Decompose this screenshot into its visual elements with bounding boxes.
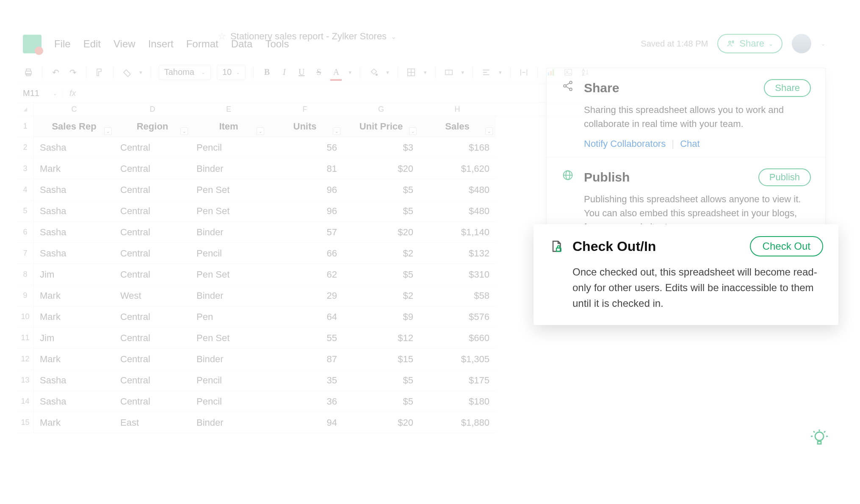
table-row[interactable]: MarkCentralBinder81$20$1,620 — [34, 158, 495, 179]
checkout-button[interactable]: Check Out — [750, 236, 823, 256]
table-row[interactable]: MarkEastBinder94$20$1,880 — [34, 412, 495, 433]
cell[interactable]: Mark — [34, 158, 114, 179]
borders-icon[interactable] — [406, 66, 417, 79]
cell[interactable]: Binder — [191, 285, 267, 306]
cell[interactable]: 57 — [267, 222, 343, 242]
cell[interactable]: $1,880 — [419, 412, 495, 433]
format-painter-icon[interactable] — [94, 66, 105, 79]
row-header[interactable]: 7 — [17, 243, 34, 264]
cell[interactable]: $2 — [343, 243, 419, 264]
row-header[interactable]: 2 — [17, 137, 34, 158]
cell[interactable]: $20 — [343, 412, 419, 433]
cell[interactable]: Central — [114, 264, 191, 285]
col-header[interactable]: C — [34, 103, 114, 116]
cell[interactable]: $660 — [419, 328, 495, 348]
cell[interactable]: $12 — [343, 328, 419, 348]
cell[interactable]: Sasha — [34, 137, 114, 158]
fill-color-icon[interactable] — [368, 66, 379, 79]
document-title[interactable]: ☆ Stationery sales report - Zylker Store… — [218, 31, 396, 42]
cell[interactable]: Central — [114, 349, 191, 369]
row-header[interactable]: 3 — [17, 158, 34, 179]
clear-format-icon[interactable] — [121, 66, 133, 79]
header-sales[interactable]: Sales⌄ — [419, 116, 495, 137]
col-header[interactable]: G — [343, 103, 419, 116]
menu-format[interactable]: Format — [186, 38, 218, 50]
cell[interactable]: Pencil — [191, 391, 267, 412]
header-item[interactable]: Item⌄ — [191, 116, 267, 137]
cell[interactable]: 35 — [267, 370, 343, 391]
menu-edit[interactable]: Edit — [83, 38, 101, 50]
cell[interactable]: $1,140 — [419, 222, 495, 242]
undo-icon[interactable]: ↶ — [50, 66, 61, 79]
row-header[interactable]: 4 — [17, 179, 34, 201]
help-bulb-icon[interactable] — [809, 428, 830, 449]
row-header[interactable]: 14 — [17, 391, 34, 412]
menu-file[interactable]: File — [54, 38, 71, 50]
cell[interactable]: 62 — [267, 264, 343, 285]
cell[interactable]: 36 — [267, 391, 343, 412]
table-row[interactable]: JimCentralPen Set62$5$310 — [34, 264, 495, 285]
cell[interactable]: Binder — [191, 412, 267, 433]
cell[interactable]: Central — [114, 158, 191, 179]
cell[interactable]: Pen Set — [191, 179, 267, 200]
publish-button[interactable]: Publish — [758, 168, 811, 186]
cell[interactable]: West — [114, 285, 191, 306]
table-row[interactable]: SashaCentralPencil66$2$132 — [34, 243, 495, 264]
cell[interactable]: 87 — [267, 349, 343, 369]
chevron-down-icon[interactable]: ⌄ — [391, 33, 396, 41]
cell[interactable]: $5 — [343, 391, 419, 412]
cell[interactable]: Pen Set — [191, 201, 267, 221]
cell[interactable]: 29 — [267, 285, 343, 306]
cell[interactable]: $168 — [419, 137, 495, 158]
cell[interactable]: 81 — [267, 158, 343, 179]
chevron-down-icon[interactable]: ⌄ — [821, 40, 826, 47]
row-header[interactable]: 13 — [17, 370, 34, 391]
menu-view[interactable]: View — [113, 38, 135, 50]
row-header[interactable]: 1 — [17, 116, 34, 137]
cell[interactable]: $58 — [419, 285, 495, 306]
row-header[interactable]: 11 — [17, 328, 34, 349]
italic-button[interactable]: I — [279, 66, 290, 79]
col-header[interactable]: H — [419, 103, 495, 116]
redo-icon[interactable]: ↷ — [67, 66, 79, 79]
cell[interactable]: $20 — [343, 158, 419, 179]
text-color-button[interactable]: A — [330, 66, 342, 79]
cell[interactable]: $480 — [419, 179, 495, 200]
table-row[interactable]: SashaCentralPencil35$5$175 — [34, 370, 495, 391]
cell[interactable]: Pen Set — [191, 264, 267, 285]
filter-icon[interactable]: ⌄ — [333, 127, 340, 135]
filter-icon[interactable]: ⌄ — [180, 127, 188, 135]
cell[interactable]: $175 — [419, 370, 495, 391]
header-sales-rep[interactable]: Sales Rep⌄ — [34, 116, 114, 137]
cell[interactable]: Central — [114, 328, 191, 348]
cell[interactable]: Central — [114, 201, 191, 221]
cell[interactable]: Mark — [34, 285, 114, 306]
header-region[interactable]: Region⌄ — [114, 116, 191, 137]
cell[interactable]: Pencil — [191, 243, 267, 264]
table-row[interactable]: JimCentralPen Set55$12$660 — [34, 328, 495, 349]
row-header[interactable]: 8 — [17, 264, 34, 285]
cell[interactable]: Mark — [34, 349, 114, 369]
cell[interactable]: $1,620 — [419, 158, 495, 179]
table-row[interactable]: MarkCentralBinder87$15$1,305 — [34, 349, 495, 370]
row-header[interactable]: 15 — [17, 412, 34, 433]
table-row[interactable]: SashaCentralPen Set96$5$480 — [34, 179, 495, 201]
share-button[interactable]: Share ⌄ — [717, 34, 783, 53]
cell[interactable]: $3 — [343, 137, 419, 158]
filter-icon[interactable]: ⌄ — [104, 127, 112, 135]
cell[interactable]: Sasha — [34, 391, 114, 412]
cell-reference-input[interactable]: M11⌄ — [17, 88, 64, 98]
cell[interactable]: 55 — [267, 328, 343, 348]
table-row[interactable]: MarkCentralPen64$9$576 — [34, 306, 495, 328]
font-family-select[interactable]: Tahoma⌄ — [159, 65, 211, 80]
cell[interactable]: Sasha — [34, 201, 114, 221]
star-icon[interactable]: ☆ — [218, 31, 226, 42]
cell[interactable]: $5 — [343, 179, 419, 200]
spreadsheet-grid[interactable]: ◢ C D E F G H 1 23456789101112131415 Sal… — [17, 103, 597, 433]
align-icon[interactable] — [481, 66, 492, 79]
row-header[interactable]: 5 — [17, 201, 34, 222]
cell[interactable]: Pencil — [191, 137, 267, 158]
cell[interactable]: $1,305 — [419, 349, 495, 369]
cell[interactable]: $15 — [343, 349, 419, 369]
chat-link[interactable]: Chat — [680, 138, 700, 149]
